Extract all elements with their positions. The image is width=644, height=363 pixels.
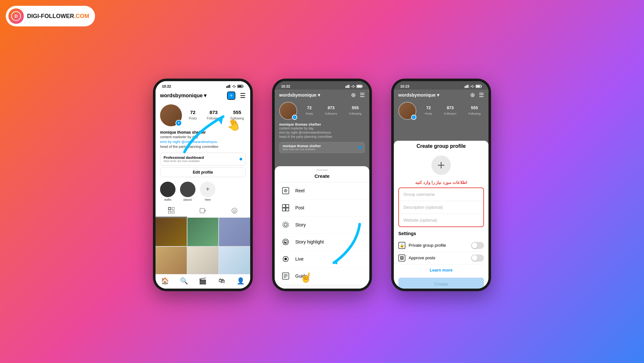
menu-group-profile[interactable]: Group profile [275, 285, 369, 289]
learn-more-link[interactable]: Learn more [394, 264, 488, 276]
phone2: 10:22 wordsbymonique ▾ ⊕☰ [272, 79, 372, 291]
settings-section: Settings 🔒 Private group profile 🖼 Appro… [394, 227, 488, 264]
story-icon: + [281, 220, 290, 229]
svg-rect-54 [476, 85, 480, 87]
photo-3 [219, 218, 250, 246]
group-avatar-add[interactable] [431, 156, 451, 175]
approve-posts-toggle[interactable] [471, 254, 484, 262]
svg-text:+: + [285, 224, 287, 226]
lock-icon: 🔒 [398, 242, 405, 249]
reels-nav[interactable]: 🎬 [194, 277, 213, 285]
home-nav[interactable]: 🏠 [156, 277, 175, 285]
tag-tab[interactable]: @ [219, 204, 250, 217]
mini-posts-2: 72 Posts [306, 105, 313, 116]
logo: D DIGI-FOLLOWER.COM [6, 6, 95, 26]
guide-icon [281, 272, 290, 281]
svg-rect-32 [282, 208, 285, 211]
svg-rect-55 [481, 86, 482, 87]
profile-info-1: monique thomas she/her content marketer … [156, 129, 250, 151]
menu-reel[interactable]: Reel [275, 182, 369, 199]
svg-rect-12 [168, 211, 171, 213]
svg-rect-2 [226, 86, 227, 88]
svg-rect-30 [282, 205, 285, 207]
svg-rect-21 [348, 85, 349, 88]
mini-bio-2: monique thomas she/her content marketer … [275, 121, 369, 140]
live-icon [281, 254, 290, 263]
photo-6 [219, 247, 250, 275]
time-2: 10:22 [281, 84, 290, 88]
mini-username-2: wordsbymonique ▾ [279, 92, 320, 98]
menu-icon[interactable]: ☰ [240, 92, 246, 100]
highlight-new[interactable]: + New [200, 182, 215, 201]
svg-rect-19 [346, 86, 346, 88]
group-username-field[interactable]: Group username [399, 188, 483, 201]
svg-rect-48 [465, 86, 466, 88]
professional-dashboard[interactable]: Professional dashboard New tools are now… [160, 153, 246, 166]
menu-post[interactable]: Post [275, 199, 369, 216]
svg-rect-9 [243, 86, 243, 87]
reel-icon [281, 186, 290, 195]
svg-rect-4 [229, 85, 230, 88]
svg-rect-14 [200, 208, 204, 213]
svg-point-23 [353, 87, 354, 88]
search-nav[interactable]: 🔍 [175, 277, 194, 285]
mini-posts-3: 72 Posts [425, 105, 432, 116]
svg-rect-13 [172, 211, 174, 213]
svg-rect-5 [230, 85, 231, 88]
private-group-setting: 🔒 Private group profile [398, 239, 484, 252]
post-icon [281, 203, 290, 212]
logo-icon: D [8, 8, 24, 24]
bottom-nav-1: 🏠 🔍 🎬 🛍 👤 [156, 274, 250, 289]
create-title: Create [275, 173, 369, 182]
mini-icons-3: ⊕☰ [470, 91, 484, 99]
video-tab[interactable] [187, 204, 219, 217]
ig-header-1: wordsbymonique ▾ ＋ ☰ [156, 90, 250, 102]
website-field[interactable]: Website (optional) [399, 214, 483, 226]
svg-rect-26 [362, 86, 363, 87]
svg-rect-25 [357, 85, 362, 87]
mini-dashboard-2: monique thomas she/her New Tools are now… [279, 142, 365, 153]
status-bar-3: 10:23 [394, 81, 488, 90]
menu-live[interactable]: Live [275, 251, 369, 268]
mini-header-2: wordsbymonique ▾ ⊕☰ [275, 90, 369, 100]
phones-container: 10:22 wordsbymonique ▾ ＋ ☰ [153, 79, 491, 291]
grid-tab[interactable] [156, 204, 187, 217]
avatar-1: + [160, 104, 182, 126]
add-content-button[interactable]: ＋ [227, 91, 235, 100]
profile-nav[interactable]: 👤 [231, 277, 250, 285]
description-field[interactable]: Description (optional) [399, 201, 483, 214]
highlights-row: walks places + New [156, 179, 250, 204]
svg-rect-22 [349, 85, 350, 88]
photo-5 [187, 247, 219, 275]
svg-rect-50 [467, 85, 468, 88]
form-fields: Group username Description (optional) We… [398, 187, 484, 227]
private-group-toggle[interactable] [471, 242, 484, 249]
edit-profile-button[interactable]: Edit profile [160, 167, 246, 177]
create-group-button[interactable]: Create [398, 278, 484, 289]
highlight-places[interactable]: places [180, 182, 195, 201]
photo-1 [156, 218, 187, 246]
menu-guide[interactable]: Guide [275, 268, 369, 285]
phone3: 10:23 wordsbymonique ▾ ⊕☰ [391, 79, 491, 291]
menu-story[interactable]: + Story [275, 216, 369, 234]
mini-icons-2: ⊕☰ [351, 91, 365, 99]
status-bar-2: 10:22 [275, 81, 369, 90]
svg-rect-51 [469, 85, 469, 88]
profile-section-1: + 72 Posts 873 Followers 555 [156, 102, 250, 129]
mini-header-3: wordsbymonique ▾ ⊕☰ [394, 90, 488, 100]
image-icon: 🖼 [398, 254, 405, 262]
settings-title: Settings [398, 231, 484, 236]
mini-followers-2: 873 Followers [325, 105, 337, 116]
svg-rect-8 [238, 85, 242, 87]
svg-rect-3 [228, 85, 229, 88]
shop-nav[interactable]: 🛍 [212, 277, 231, 285]
mini-stats-3: + 72 Posts 873 Followers 555 Following [394, 100, 488, 121]
svg-point-6 [234, 87, 235, 88]
time-3: 10:23 [400, 84, 409, 88]
highlight-walks[interactable]: walks [160, 182, 175, 201]
create-group-panel: Create group profile اطلاعات مورد نیاز ر… [394, 141, 488, 289]
svg-rect-20 [347, 85, 348, 88]
menu-story-highlight[interactable]: ▶ Story highlight [275, 234, 369, 251]
svg-text:▶: ▶ [285, 241, 287, 244]
svg-text:D: D [14, 14, 18, 19]
